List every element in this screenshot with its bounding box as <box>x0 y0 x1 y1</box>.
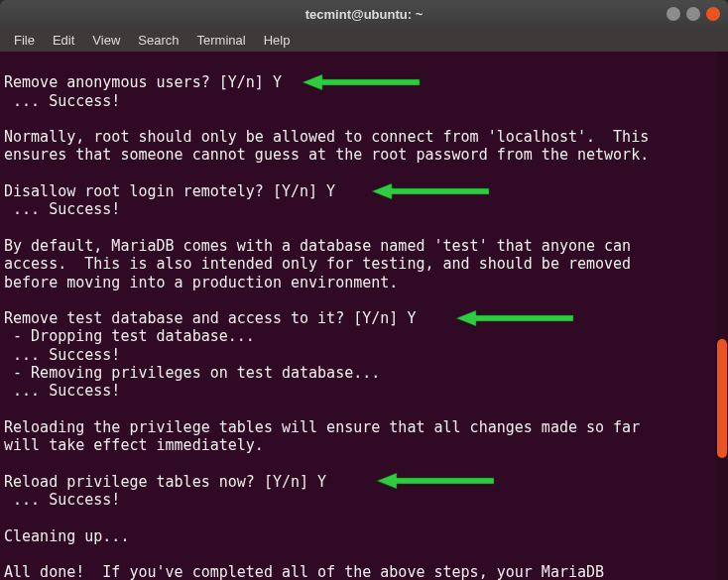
terminal-line <box>4 509 724 526</box>
terminal-line: ... Success! <box>4 346 724 364</box>
terminal-line <box>4 291 724 309</box>
terminal-line <box>4 545 724 563</box>
terminal-line: ... Success! <box>4 491 724 509</box>
terminal-line: ... Success! <box>4 92 724 110</box>
menu-help[interactable]: Help <box>256 31 299 50</box>
menu-view[interactable]: View <box>84 31 128 50</box>
terminal-line <box>4 219 724 237</box>
scrollbar-thumb[interactable] <box>717 339 727 458</box>
terminal-line <box>4 56 724 73</box>
menu-edit[interactable]: Edit <box>45 31 82 50</box>
terminal-line: before moving into a production environm… <box>4 274 724 291</box>
menu-file[interactable]: File <box>6 31 43 50</box>
terminal-line: will take effect immediately. <box>4 436 724 454</box>
terminal-line: ensures that someone cannot guess at the… <box>4 146 724 164</box>
terminal-line: Remove test database and access to it? [… <box>4 309 724 327</box>
terminal-line: Cleaning up... <box>4 527 724 545</box>
maximize-icon[interactable] <box>686 7 700 21</box>
terminal-line: ... Success! <box>4 382 724 400</box>
terminal-line: - Dropping test database... <box>4 327 724 345</box>
window-controls <box>667 7 720 21</box>
terminal-line: All done! If you've completed all of the… <box>4 563 724 580</box>
terminal-line: Reloading the privilege tables will ensu… <box>4 418 724 436</box>
terminal-line <box>4 110 724 128</box>
terminal-line: Normally, root should only be allowed to… <box>4 128 724 146</box>
terminal-line: - Removing privileges on test database..… <box>4 364 724 382</box>
terminal-line: ... Success! <box>4 200 724 218</box>
terminal-line: Remove anonymous users? [Y/n] Y <box>4 73 724 91</box>
terminal-line <box>4 455 724 473</box>
terminal-line: access. This is also intended only for t… <box>4 255 724 273</box>
terminal-line: Disallow root login remotely? [Y/n] Y <box>4 182 724 200</box>
terminal-line: By default, MariaDB comes with a databas… <box>4 237 724 255</box>
window-title: tecmint@ubuntu: ~ <box>305 7 423 22</box>
menu-search[interactable]: Search <box>130 31 186 50</box>
terminal-line: Reload privilege tables now? [Y/n] Y <box>4 473 724 491</box>
titlebar: tecmint@ubuntu: ~ <box>0 0 728 28</box>
terminal-line <box>4 401 724 418</box>
terminal-line <box>4 165 724 182</box>
menubar: File Edit View Search Terminal Help <box>0 28 728 52</box>
minimize-icon[interactable] <box>667 7 680 21</box>
scrollbar-track[interactable] <box>716 52 728 580</box>
menu-terminal[interactable]: Terminal <box>189 31 254 50</box>
terminal-output[interactable]: Remove anonymous users? [Y/n] Y ... Succ… <box>0 52 728 580</box>
close-icon[interactable] <box>706 7 720 21</box>
